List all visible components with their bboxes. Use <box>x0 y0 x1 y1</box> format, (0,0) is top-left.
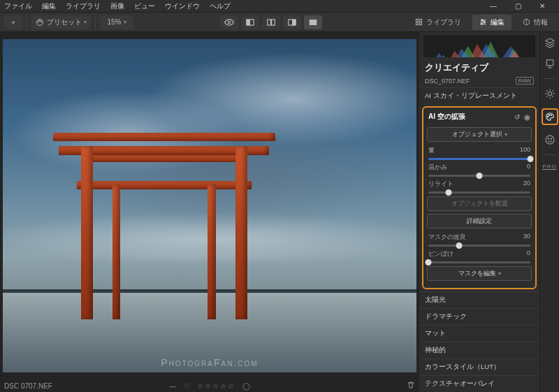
edit-panel: クリエイティブ DSC_0707.NEF RAW AI スカイ・リプレースメント… <box>419 32 539 392</box>
svg-rect-11 <box>309 19 317 24</box>
palette-icon <box>36 18 44 27</box>
svg-point-21 <box>481 23 482 24</box>
color-label-icon[interactable]: ◯ <box>242 382 250 390</box>
compare-after-icon[interactable] <box>283 15 301 29</box>
menu-file[interactable]: ファイル <box>4 1 32 11</box>
single-view-icon[interactable] <box>304 15 322 29</box>
slider-warmth[interactable]: 温かみ0 <box>427 161 532 177</box>
menubar: ファイル 編集 ライブラリ 画像 ビュー ウインドウ ヘルプ — ▢ ✕ <box>0 0 559 13</box>
window-maximize-icon[interactable]: ▢ <box>515 2 521 10</box>
edit-mask-button[interactable]: マスクを編集 <box>427 266 532 281</box>
statusbar: DSC 0707.NEF — ♡ ☆☆☆☆☆ ◯ <box>0 379 419 392</box>
rating-stars[interactable]: ☆☆☆☆☆ <box>197 382 235 390</box>
reject-icon[interactable]: — <box>170 382 177 390</box>
toolstrip: PRO <box>539 32 559 392</box>
svg-rect-14 <box>416 22 418 24</box>
svg-rect-8 <box>271 19 275 24</box>
raw-badge: RAW <box>516 77 534 85</box>
menu-window[interactable]: ウインドウ <box>165 1 200 11</box>
section-dramatic[interactable]: ドラマチック <box>419 308 539 325</box>
preset-dropdown[interactable]: プリセット <box>31 15 91 29</box>
svg-point-28 <box>548 92 551 95</box>
menu-edit[interactable]: 編集 <box>42 1 56 11</box>
section-sunrays[interactable]: 太陽光 <box>419 291 539 308</box>
canvas-tool-icon[interactable] <box>544 57 556 70</box>
svg-rect-6 <box>246 19 249 24</box>
sliders-icon <box>479 18 487 26</box>
svg-point-30 <box>549 115 549 115</box>
tab-info-label: 情報 <box>534 17 548 27</box>
section-lut[interactable]: カラースタイル（LUT） <box>419 358 539 375</box>
panel-title: クリエイティブ <box>419 59 539 77</box>
tab-info[interactable]: 情報 <box>516 15 555 30</box>
advanced-settings-button[interactable]: 詳細設定 <box>427 214 532 228</box>
histogram[interactable] <box>423 35 535 57</box>
svg-point-32 <box>546 136 554 144</box>
svg-point-20 <box>484 22 485 23</box>
grid-icon <box>415 18 423 26</box>
watermark: PhotograFan.com <box>3 357 416 368</box>
info-icon <box>523 18 530 26</box>
slider-amount[interactable]: 量100 <box>427 145 532 160</box>
menu-image[interactable]: 画像 <box>110 1 124 11</box>
svg-rect-12 <box>416 19 418 21</box>
section-texture[interactable]: テクスチャオーバレイ <box>419 375 539 392</box>
torii-gate-icon <box>65 133 263 306</box>
tab-edit-label: 編集 <box>491 17 504 27</box>
section-label: AI スカイ・リプレースメント <box>425 92 517 101</box>
zoom-dropdown[interactable]: 15% <box>100 15 133 29</box>
object-select-button[interactable]: オブジェクト選択 <box>427 127 532 142</box>
window-minimize-icon[interactable]: — <box>490 2 497 10</box>
svg-point-19 <box>481 20 483 21</box>
visibility-toggle-icon[interactable]: ◉ <box>524 113 530 121</box>
svg-rect-7 <box>267 19 270 24</box>
svg-rect-13 <box>419 19 421 21</box>
trash-icon[interactable] <box>407 381 415 391</box>
place-object-button[interactable]: オブジェクトを配置 <box>427 196 532 211</box>
section-matte[interactable]: マット <box>419 325 539 342</box>
svg-point-1 <box>38 21 38 22</box>
toolbar: ＋ プリセット 15% ライブラリ 編集 情報 <box>0 13 559 32</box>
svg-rect-25 <box>546 60 553 66</box>
slider-relight[interactable]: リライト20 <box>427 178 532 194</box>
undo-icon[interactable]: ↺ <box>514 113 520 121</box>
view-mode-group <box>220 15 322 29</box>
slider-mask-refine[interactable]: マスクの改良30 <box>427 231 532 247</box>
essentials-tool-icon[interactable] <box>544 87 556 100</box>
window-close-icon[interactable]: ✕ <box>539 2 545 10</box>
svg-point-31 <box>551 115 551 115</box>
tab-library[interactable]: ライブラリ <box>408 15 468 30</box>
tab-edit[interactable]: 編集 <box>472 15 511 30</box>
image-canvas[interactable]: PhotograFan.com <box>0 32 419 379</box>
pro-tool-label[interactable]: PRO <box>542 164 556 170</box>
layers-icon[interactable] <box>544 36 556 49</box>
svg-point-2 <box>39 20 40 20</box>
section-mystical[interactable]: 神秘的 <box>419 342 539 358</box>
eye-icon[interactable] <box>220 15 238 29</box>
status-filename: DSC 0707.NEF <box>4 382 52 390</box>
compare-before-icon[interactable] <box>241 15 259 29</box>
section-ai-sky-enhancer: AI 空の拡張 ↺ ◉ オブジェクト選択 量100 温かみ0 <box>422 106 537 289</box>
tab-library-label: ライブラリ <box>426 17 461 27</box>
ai-sky-title: AI 空の拡張 <box>428 112 465 122</box>
photo-preview: PhotograFan.com <box>3 39 416 372</box>
favorite-icon[interactable]: ♡ <box>184 382 190 390</box>
add-button[interactable]: ＋ <box>4 15 22 29</box>
compare-split-icon[interactable] <box>262 15 280 29</box>
slider-defocus[interactable]: ピンぼけ0 <box>427 248 532 263</box>
menu-view[interactable]: ビュー <box>134 1 155 11</box>
svg-point-24 <box>526 20 527 21</box>
section-sky-replacement[interactable]: AI スカイ・リプレースメント <box>419 87 539 104</box>
svg-point-34 <box>551 138 551 139</box>
svg-point-33 <box>548 138 549 139</box>
svg-rect-15 <box>419 22 421 24</box>
creative-tool-icon[interactable] <box>542 108 558 125</box>
preset-label: プリセット <box>47 17 82 27</box>
svg-point-29 <box>547 116 548 117</box>
panel-filename: DSC_0707.NEF <box>425 78 470 85</box>
menu-help[interactable]: ヘルプ <box>210 1 231 11</box>
svg-point-4 <box>228 21 231 24</box>
menu-library[interactable]: ライブラリ <box>66 1 101 11</box>
portrait-tool-icon[interactable] <box>544 133 556 146</box>
svg-point-3 <box>41 21 41 22</box>
